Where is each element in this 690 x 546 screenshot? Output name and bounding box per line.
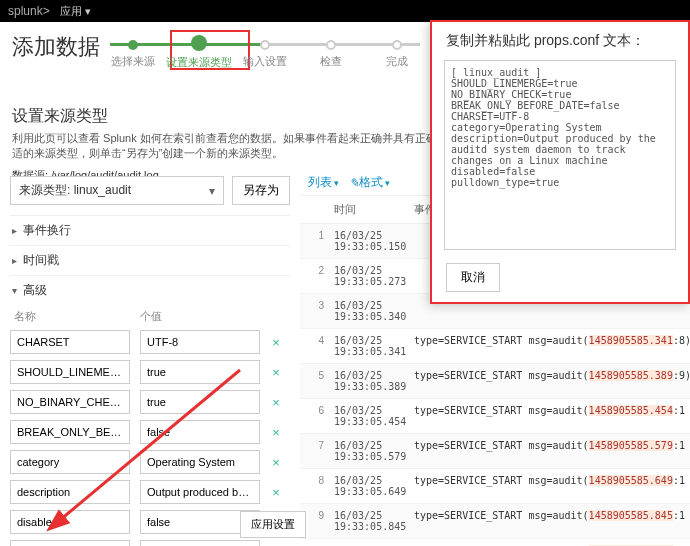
remove-row-icon[interactable]: ×	[266, 425, 286, 440]
remove-row-icon[interactable]: ×	[266, 395, 286, 410]
event-index: 4	[300, 329, 330, 363]
event-time: 16/03/2519:33:05.150	[330, 224, 410, 258]
modal-title: 复制并粘贴此 props.conf 文本：	[432, 22, 688, 60]
brand-logo: splunk>	[8, 4, 50, 18]
remove-row-icon[interactable]: ×	[266, 455, 286, 470]
kv-key-input[interactable]	[10, 420, 130, 444]
event-index: 5	[300, 364, 330, 398]
save-as-button[interactable]: 另存为	[232, 176, 290, 205]
event-index: 1	[300, 224, 330, 258]
accordion-advanced[interactable]: ▾高级	[10, 275, 290, 305]
chevron-right-icon: ▸	[12, 225, 17, 236]
apply-settings-button[interactable]: 应用设置	[240, 511, 306, 538]
kv-header: 名称 个值	[10, 309, 290, 324]
event-raw: type=SERVICE_START msg=audit(1458905585.…	[410, 434, 690, 468]
event-time: 16/03/2519:33:05.340	[330, 294, 410, 328]
settings-panel: 来源类型: linux_audit ▾ 另存为 ▸事件换行 ▸时间戳 ▾高级 名…	[0, 170, 300, 546]
remove-row-icon[interactable]: ×	[266, 335, 286, 350]
event-time: 16/03/2519:33:05.579	[330, 434, 410, 468]
event-time: 16/03/2519:33:05.454	[330, 399, 410, 433]
event-time: 16/03/2519:33:05.389	[330, 364, 410, 398]
event-raw: type=SERVICE_START msg=audit(1458905585.…	[410, 539, 690, 546]
kv-value-input[interactable]	[140, 360, 260, 384]
event-row[interactable]: 816/03/2519:33:05.649type=SERVICE_START …	[300, 469, 690, 504]
event-index: 7	[300, 434, 330, 468]
accordion-timestamp[interactable]: ▸时间戳	[10, 245, 290, 275]
event-index: 2	[300, 259, 330, 293]
kv-row: ×	[10, 480, 290, 504]
event-time: 16/03/2519:33:05.341	[330, 329, 410, 363]
event-row[interactable]: 716/03/2519:33:05.579type=SERVICE_START …	[300, 434, 690, 469]
event-raw: type=SERVICE_START msg=audit(1458905585.…	[410, 329, 690, 363]
event-time: 16/03/2519:33:05.849	[330, 539, 410, 546]
kv-key-input[interactable]	[10, 480, 130, 504]
step-input-settings[interactable]: 输入设置	[232, 32, 298, 69]
view-list-toggle[interactable]: 列表▾	[308, 174, 339, 191]
event-index: 3	[300, 294, 330, 328]
step-done[interactable]: 完成	[364, 32, 430, 69]
kv-value-input[interactable]	[140, 450, 260, 474]
event-row[interactable]: 416/03/2519:33:05.341type=SERVICE_START …	[300, 329, 690, 364]
event-row[interactable]: 516/03/2519:33:05.389type=SERVICE_START …	[300, 364, 690, 399]
kv-row: ×	[10, 450, 290, 474]
apps-menu[interactable]: 应用 ▾	[60, 4, 91, 19]
kv-value-input[interactable]	[140, 390, 260, 414]
event-raw: type=SERVICE_START msg=audit(1458905585.…	[410, 504, 690, 538]
kv-key-input[interactable]	[10, 540, 130, 546]
event-time: 16/03/2519:33:05.649	[330, 469, 410, 503]
event-row[interactable]: 616/03/2519:33:05.454type=SERVICE_START …	[300, 399, 690, 434]
kv-value-input[interactable]	[140, 330, 260, 354]
kv-row: ×	[10, 360, 290, 384]
chevron-down-icon: ▾	[12, 285, 17, 296]
kv-key-input[interactable]	[10, 450, 130, 474]
app-topbar: splunk> 应用 ▾	[0, 0, 690, 22]
kv-value-input[interactable]	[140, 540, 260, 546]
step-set-sourcetype[interactable]: 设置来源类型	[166, 30, 232, 70]
chevron-down-icon: ▾	[209, 184, 215, 198]
event-raw: type=SERVICE_START msg=audit(1458905585.…	[410, 469, 690, 503]
event-raw: type=SERVICE_START msg=audit(1458905585.…	[410, 399, 690, 433]
event-time: 16/03/2519:33:05.273	[330, 259, 410, 293]
kv-row: ×	[10, 540, 290, 546]
format-toggle[interactable]: ✎ 格式▾	[349, 174, 390, 191]
kv-row: ×	[10, 330, 290, 354]
event-row[interactable]: 916/03/2519:33:05.845type=SERVICE_START …	[300, 504, 690, 539]
event-index: 6	[300, 399, 330, 433]
props-conf-modal: 复制并粘贴此 props.conf 文本： 取消	[430, 20, 690, 304]
props-conf-textarea[interactable]	[444, 60, 676, 250]
accordion-linebreak[interactable]: ▸事件换行	[10, 215, 290, 245]
kv-key-input[interactable]	[10, 330, 130, 354]
event-time: 16/03/2519:33:05.845	[330, 504, 410, 538]
event-row[interactable]: 1016/03/2519:33:05.849type=SERVICE_START…	[300, 539, 690, 546]
remove-row-icon[interactable]: ×	[266, 485, 286, 500]
step-select-source[interactable]: 选择来源	[100, 32, 166, 69]
wizard-stepper: 选择来源 设置来源类型 输入设置 检查 完成	[100, 30, 430, 70]
event-index: 8	[300, 469, 330, 503]
kv-row: ×	[10, 390, 290, 414]
remove-row-icon[interactable]: ×	[266, 365, 286, 380]
event-raw: type=SERVICE_START msg=audit(1458905585.…	[410, 364, 690, 398]
kv-value-input[interactable]	[140, 480, 260, 504]
kv-key-input[interactable]	[10, 510, 130, 534]
step-review[interactable]: 检查	[298, 32, 364, 69]
kv-key-input[interactable]	[10, 360, 130, 384]
event-index: 10	[300, 539, 330, 546]
kv-value-input[interactable]	[140, 420, 260, 444]
chevron-right-icon: ▸	[12, 255, 17, 266]
kv-key-input[interactable]	[10, 390, 130, 414]
cancel-button[interactable]: 取消	[446, 263, 500, 292]
sourcetype-dropdown[interactable]: 来源类型: linux_audit ▾	[10, 176, 224, 205]
kv-row: ×	[10, 420, 290, 444]
